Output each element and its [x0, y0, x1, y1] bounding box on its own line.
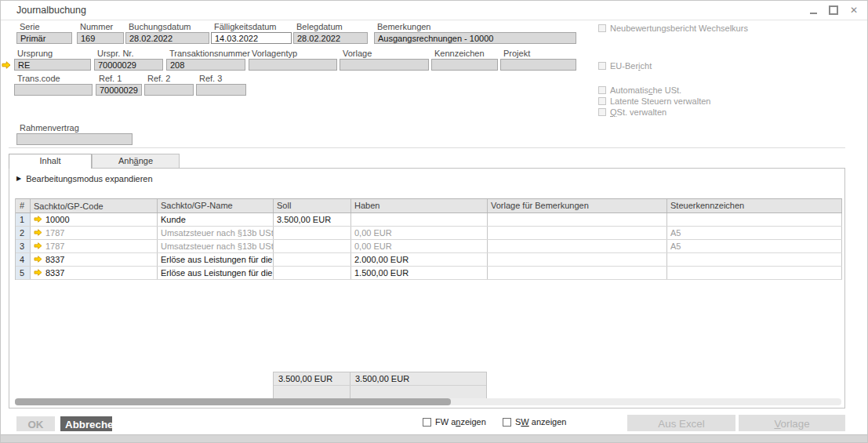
automatische-ust-checkbox: [598, 86, 606, 94]
scrollbar-thumb[interactable]: [15, 398, 451, 405]
haben-cell[interactable]: [351, 213, 488, 226]
sw-anzeigen-label: SW anzeigen: [515, 417, 566, 427]
steuerkennzeichen-cell[interactable]: [667, 267, 842, 279]
vorlage-bemerkungen-cell[interactable]: [488, 253, 667, 266]
minimize-icon[interactable]: [810, 13, 817, 14]
link-arrow-icon[interactable]: [34, 268, 42, 278]
haben-cell[interactable]: 2.000,00 EUR: [351, 253, 488, 266]
sw-anzeigen-checkbox[interactable]: [503, 418, 511, 427]
link-arrow-icon[interactable]: [34, 241, 42, 251]
link-arrow-icon[interactable]: [34, 215, 42, 224]
bemerkungen-label: Bemerkungen: [374, 22, 576, 31]
soll-cell[interactable]: [274, 267, 351, 279]
steuerkennzeichen-cell[interactable]: A5: [667, 227, 842, 239]
eu-bericht-checkbox: [598, 62, 606, 70]
ref2-label: Ref. 2: [144, 74, 194, 83]
close-icon[interactable]: ✕: [850, 6, 858, 15]
ref1-field-group: Ref. 1 70000029: [96, 74, 142, 96]
row-number-cell[interactable]: 3: [16, 240, 31, 252]
vorlage-zuruecksetzen-button: Vorlage zurücksetzen: [739, 415, 845, 431]
expander-label: Bearbeitungsmodus expandieren: [26, 174, 152, 183]
faelligkeitsdatum-label: Fälligkeitsdatum: [211, 22, 292, 31]
col-vorlage-bemerkungen-header: Vorlage für Bemerkungen: [488, 199, 667, 212]
tab-inhalt[interactable]: Inhalt: [9, 154, 92, 169]
aus-excel-importieren-button: Aus Excel importieren: [627, 415, 735, 431]
sw-anzeigen-option[interactable]: SW anzeigen: [503, 417, 566, 427]
transaktionsnummer-label: Transaktionsnummer: [166, 49, 250, 58]
vorlage-label: Vorlage: [340, 49, 429, 58]
soll-cell[interactable]: [274, 240, 351, 252]
haben-cell[interactable]: 0,00 EUR: [351, 227, 488, 239]
buchungsdatum-field-group: Buchungsdatum 28.02.2022: [125, 22, 209, 44]
code-cell[interactable]: 1787: [31, 240, 158, 252]
table-row[interactable]: 2 1787 Umsatzsteuer nach §13b UStG ... 0…: [16, 227, 842, 240]
nummer-field: 169: [77, 32, 124, 44]
name-cell[interactable]: Umsatzsteuer nach §13b UStG ...: [158, 240, 274, 252]
ref1-label: Ref. 1: [96, 74, 142, 83]
trans-code-label: Trans.code: [14, 74, 93, 83]
col-soll-header: Soll: [274, 199, 351, 212]
vorlage-bemerkungen-cell[interactable]: [488, 227, 667, 239]
table-row[interactable]: 3 1787 Umsatzsteuer nach §13b UStG ... 0…: [16, 240, 842, 253]
maximize-icon[interactable]: [829, 5, 838, 15]
edit-mode-expander[interactable]: ▶ Bearbeitungsmodus expandieren: [16, 174, 153, 183]
table-row[interactable]: 4 8337 Erlöse aus Leistungen für die de.…: [16, 253, 842, 267]
ursprung-link-arrow-icon[interactable]: [2, 61, 11, 71]
faelligkeitsdatum-field[interactable]: 14.03.2022: [211, 32, 292, 44]
horizontal-scrollbar[interactable]: [15, 398, 841, 405]
vorlage-bemerkungen-cell[interactable]: [488, 240, 667, 252]
steuerkennzeichen-cell[interactable]: [667, 213, 842, 226]
projekt-label: Projekt: [500, 49, 576, 58]
table-row[interactable]: 1 10000 Kunde 3.500,00 EUR: [16, 213, 842, 227]
row-number-cell[interactable]: 4: [16, 253, 31, 266]
ref1-field: 70000029: [96, 84, 142, 96]
totals-soll-row2: [274, 386, 350, 398]
code-cell[interactable]: 1787: [31, 227, 158, 239]
totals-haben: 3.500,00 EUR: [350, 372, 486, 385]
haben-cell[interactable]: 0,00 EUR: [351, 240, 488, 252]
ref2-field: [144, 84, 194, 96]
code-cell[interactable]: 8337: [31, 267, 158, 279]
belegdatum-field-group: Belegdatum 28.02.2022: [293, 22, 368, 44]
projekt-field-group: Projekt: [500, 49, 576, 71]
totals-haben-row2: [350, 386, 486, 398]
qst-verwalten-label: QSt. verwalten: [610, 107, 666, 117]
soll-cell[interactable]: [274, 227, 351, 239]
belegdatum-label: Belegdatum: [293, 22, 368, 31]
link-arrow-icon[interactable]: [34, 228, 42, 238]
abbrechen-button[interactable]: Abbrechen: [60, 416, 112, 431]
vorlage-field: [340, 59, 429, 71]
nummer-label: Nummer: [77, 22, 124, 31]
soll-cell[interactable]: 3.500,00 EUR: [274, 213, 351, 226]
qst-verwalten-option: QSt. verwalten: [598, 107, 666, 117]
faelligkeitsdatum-field-group: Fälligkeitsdatum 14.03.2022: [211, 22, 292, 44]
journal-entry-window: Journalbuchung ✕ Serie Primär Nummer 169…: [0, 0, 868, 443]
name-cell[interactable]: Erlöse aus Leistungen für die de...: [158, 253, 274, 266]
code-cell[interactable]: 8337: [31, 253, 158, 266]
link-arrow-icon[interactable]: [34, 255, 42, 264]
vorlage-bemerkungen-cell[interactable]: [488, 213, 667, 226]
name-cell[interactable]: Kunde: [158, 213, 274, 226]
steuerkennzeichen-cell[interactable]: [667, 253, 842, 266]
vorlage-bemerkungen-cell[interactable]: [488, 267, 667, 279]
haben-cell[interactable]: 1.500,00 EUR: [351, 267, 488, 279]
row-number-cell[interactable]: 1: [16, 213, 31, 226]
name-cell[interactable]: Erlöse aus Leistungen für die de...: [158, 267, 274, 279]
soll-cell[interactable]: [274, 253, 351, 266]
ursprung-label: Ursprung: [14, 49, 91, 58]
serie-field: Primär: [16, 32, 72, 44]
code-cell[interactable]: 10000: [31, 213, 158, 226]
row-number-cell[interactable]: 5: [16, 267, 31, 279]
table-row[interactable]: 5 8337 Erlöse aus Leistungen für die de.…: [16, 267, 842, 280]
name-cell[interactable]: Umsatzsteuer nach §13b UStG ...: [158, 227, 274, 239]
automatische-ust-option: Automatische USt.: [598, 85, 681, 95]
urspr-nr-field: 70000029: [94, 59, 163, 71]
journal-lines-table: # Sachkto/GP-Code Sachkto/GP-Name Soll H…: [15, 198, 842, 280]
vorlage-field-group: Vorlage: [340, 49, 429, 71]
serie-label: Serie: [16, 22, 72, 31]
tab-anhaenge[interactable]: Anhänge: [92, 154, 180, 168]
steuerkennzeichen-cell[interactable]: A5: [667, 240, 842, 252]
row-number-cell[interactable]: 2: [16, 227, 31, 239]
fw-anzeigen-checkbox[interactable]: [423, 418, 431, 427]
fw-anzeigen-option[interactable]: FW anzeigen: [423, 417, 486, 427]
